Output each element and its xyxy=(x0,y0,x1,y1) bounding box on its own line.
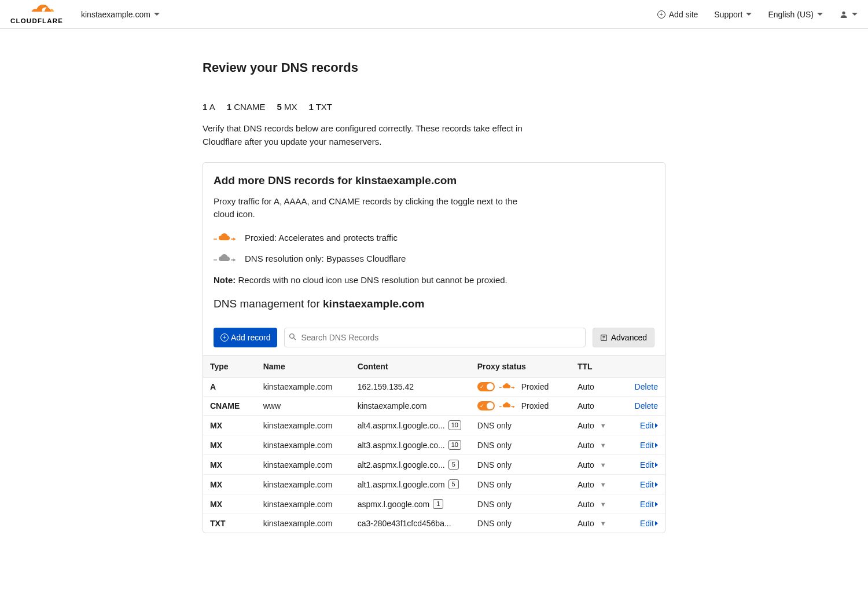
language-label: English (US) xyxy=(768,10,814,19)
add-record-label: Add record xyxy=(231,333,270,342)
record-name: kinstaexample.com xyxy=(263,382,333,391)
priority-badge: 10 xyxy=(448,440,461,450)
record-name: kinstaexample.com xyxy=(263,519,333,528)
table-row: MX kinstaexample.com aspmx.l.google.com1… xyxy=(203,494,665,514)
add-site-button[interactable]: + Add site xyxy=(657,10,698,19)
ttl-dropdown[interactable]: ▼ xyxy=(600,461,606,468)
proxy-status-label: DNS only xyxy=(477,519,512,528)
table-row: MX kinstaexample.com alt4.aspmx.l.google… xyxy=(203,416,665,435)
ttl-dropdown[interactable]: ▼ xyxy=(600,501,606,508)
dns-card: Add more DNS records for kinstaexample.c… xyxy=(203,162,665,533)
record-content: aspmx.l.google.com xyxy=(358,500,430,509)
arrow-right-icon xyxy=(655,463,658,467)
arrow-right-icon xyxy=(655,443,658,448)
record-name: www xyxy=(263,401,281,410)
proxy-status-label: DNS only xyxy=(477,441,512,450)
ttl-value: Auto xyxy=(578,382,594,391)
record-content: alt2.aspmx.l.google.co... xyxy=(358,460,445,470)
edit-link[interactable]: Edit xyxy=(640,480,658,489)
record-content: alt4.aspmx.l.google.co... xyxy=(358,421,445,430)
proxy-status-label: DNS only xyxy=(477,460,512,470)
th-action xyxy=(617,356,665,377)
record-type: MX xyxy=(210,480,222,489)
arrow-right-icon xyxy=(655,502,658,507)
th-content[interactable]: Content xyxy=(351,356,470,377)
summary-item: 5 MX xyxy=(277,102,297,112)
user-menu[interactable] xyxy=(839,10,858,19)
support-menu[interactable]: Support xyxy=(714,10,752,19)
record-type: CNAME xyxy=(210,401,240,410)
search-wrapper xyxy=(284,328,585,347)
dns-mgmt-heading: DNS management for kinstaexample.com xyxy=(214,298,654,310)
plus-circle-icon: + xyxy=(220,333,229,342)
record-name: kinstaexample.com xyxy=(263,500,333,509)
delete-link[interactable]: Delete xyxy=(635,401,658,410)
edit-link[interactable]: Edit xyxy=(640,500,658,509)
record-name: kinstaexample.com xyxy=(263,421,333,430)
priority-badge: 5 xyxy=(448,479,459,489)
add-site-label: Add site xyxy=(669,10,698,19)
search-icon xyxy=(289,333,296,342)
priority-badge: 10 xyxy=(448,420,461,430)
ttl-value: Auto xyxy=(578,519,594,528)
th-ttl[interactable]: TTL xyxy=(571,356,618,377)
topbar: CLOUDFLARE kinstaexample.com + Add site … xyxy=(0,0,868,29)
proxy-toggle[interactable]: ✓ xyxy=(477,382,495,391)
search-input[interactable] xyxy=(284,328,585,347)
add-record-button[interactable]: + Add record xyxy=(214,328,277,347)
advanced-label: Advanced xyxy=(611,333,647,342)
record-content: ca3-280e43f1cfcd456ba... xyxy=(358,519,451,528)
record-type: MX xyxy=(210,500,222,509)
record-name: kinstaexample.com xyxy=(263,441,333,450)
legend-dnsonly-text: DNS resolution only: Bypasses Cloudflare xyxy=(245,254,406,263)
toolbar: + Add record Advanced xyxy=(203,320,665,355)
proxy-toggle[interactable]: ✓ xyxy=(477,401,495,410)
site-switcher[interactable]: kinstaexample.com xyxy=(81,10,160,19)
delete-link[interactable]: Delete xyxy=(635,382,658,391)
dns-table: Type Name Content Proxy status TTL A kin… xyxy=(203,355,665,533)
record-name: kinstaexample.com xyxy=(263,480,333,489)
page-title: Review your DNS records xyxy=(203,60,665,75)
proxy-status-label: DNS only xyxy=(477,500,512,509)
svg-line-5 xyxy=(294,338,296,340)
svg-point-1 xyxy=(842,11,845,14)
proxy-status-label: Proxied xyxy=(521,401,549,410)
table-row: TXT kinstaexample.com ca3-280e43f1cfcd45… xyxy=(203,514,665,533)
table-row: MX kinstaexample.com alt2.aspmx.l.google… xyxy=(203,455,665,475)
svg-text:CLOUDFLARE: CLOUDFLARE xyxy=(10,17,63,24)
ttl-value: Auto xyxy=(578,480,594,489)
cloud-proxied-icon xyxy=(499,382,517,391)
record-type: A xyxy=(210,382,216,391)
cloudflare-logo[interactable]: CLOUDFLARE xyxy=(10,5,66,24)
proxy-status-label: DNS only xyxy=(477,421,512,430)
record-name: kinstaexample.com xyxy=(263,460,333,470)
record-summary: 1 A 1 CNAME 5 MX 1 TXT xyxy=(203,102,665,112)
th-name[interactable]: Name xyxy=(256,356,351,377)
ttl-dropdown[interactable]: ▼ xyxy=(600,442,606,449)
ttl-value: Auto xyxy=(578,460,594,470)
record-content: alt1.aspmx.l.google.com xyxy=(358,480,445,489)
ttl-dropdown[interactable]: ▼ xyxy=(600,481,606,488)
ttl-dropdown[interactable]: ▼ xyxy=(600,422,606,429)
language-menu[interactable]: English (US) xyxy=(768,10,823,19)
ttl-dropdown[interactable]: ▼ xyxy=(600,520,606,527)
advanced-button[interactable]: Advanced xyxy=(593,328,654,347)
card-desc: Proxy traffic for A, AAAA, and CNAME rec… xyxy=(214,195,538,221)
proxy-status-label: DNS only xyxy=(477,480,512,489)
advanced-icon xyxy=(600,334,608,342)
arrow-right-icon xyxy=(655,521,658,526)
summary-item: 1 CNAME xyxy=(227,102,266,112)
edit-link[interactable]: Edit xyxy=(640,421,658,430)
cloud-proxied-icon xyxy=(499,401,517,410)
th-type[interactable]: Type xyxy=(203,356,256,377)
edit-link[interactable]: Edit xyxy=(640,519,658,528)
chevron-down-icon xyxy=(746,13,752,16)
plus-circle-icon: + xyxy=(657,10,665,19)
ttl-value: Auto xyxy=(578,401,594,410)
legend-dnsonly: DNS resolution only: Bypasses Cloudflare xyxy=(214,253,654,265)
edit-link[interactable]: Edit xyxy=(640,460,658,470)
legend-proxied: Proxied: Accelerates and protects traffi… xyxy=(214,232,654,244)
chevron-down-icon xyxy=(154,13,160,16)
th-proxy[interactable]: Proxy status xyxy=(470,356,571,377)
edit-link[interactable]: Edit xyxy=(640,441,658,450)
